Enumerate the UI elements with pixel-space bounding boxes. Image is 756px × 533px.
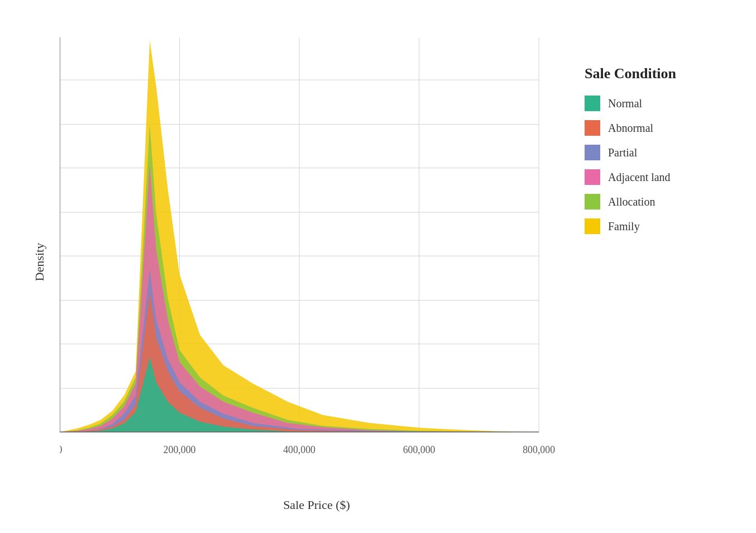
x-axis-label: Sale Price ($) [60, 498, 573, 512]
legend-area: Sale Condition Normal Abnormal Partial A… [573, 21, 741, 243]
legend-swatch-abnormal [585, 120, 600, 136]
legend-label-family: Family [608, 220, 640, 233]
legend-item-allocation: Allocation [585, 194, 741, 210]
legend-title: Sale Condition [585, 65, 741, 82]
legend-label-adjacent-land: Adjacent land [608, 171, 671, 184]
legend-swatch-adjacent-land [585, 169, 600, 185]
chart-container: Density [0, 0, 756, 533]
svg-text:400,000: 400,000 [283, 444, 315, 455]
legend-item-family: Family [585, 218, 741, 234]
svg-text:800,000: 800,000 [523, 444, 555, 455]
legend-item-adjacent-land: Adjacent land [585, 169, 741, 185]
legend-item-partial: Partial [585, 145, 741, 160]
svg-text:0: 0 [60, 444, 62, 455]
legend-swatch-partial [585, 145, 600, 160]
legend-swatch-allocation [585, 194, 600, 210]
chart-area: Density [15, 21, 573, 512]
legend-label-normal: Normal [608, 97, 642, 110]
chart-wrapper: Density [15, 21, 741, 512]
y-axis-label: Density [32, 243, 47, 281]
legend-swatch-family [585, 218, 600, 234]
legend-item-abnormal: Abnormal [585, 120, 741, 136]
legend-swatch-normal [585, 96, 600, 111]
svg-text:600,000: 600,000 [403, 444, 436, 455]
legend-label-abnormal: Abnormal [608, 122, 653, 135]
main-chart-svg: 0.0 5.0e−6 1.0e−5 1.5e−5 2.0e−5 2.5e−5 3… [60, 37, 562, 487]
legend-label-allocation: Allocation [608, 196, 655, 208]
svg-text:200,000: 200,000 [164, 444, 196, 455]
legend-item-normal: Normal [585, 96, 741, 111]
legend-label-partial: Partial [608, 146, 637, 159]
